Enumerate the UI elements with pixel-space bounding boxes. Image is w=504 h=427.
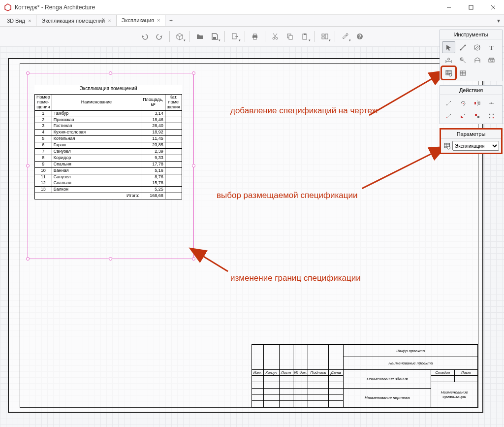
selection-handle[interactable] [26, 164, 30, 167]
tb-building: Наименование здания [344, 369, 431, 388]
svg-point-65 [450, 114, 451, 115]
save-button[interactable]: ▾ [208, 30, 221, 43]
svg-rect-15 [304, 33, 306, 35]
title-block: Шифр проекта Наименование проекта Изм.Ко… [252, 344, 478, 407]
svg-point-37 [448, 58, 450, 60]
svg-point-72 [493, 117, 494, 118]
tab-room-exp[interactable]: Экспликация помещений× [36, 15, 116, 26]
selection-handle[interactable] [26, 71, 30, 75]
svg-line-23 [369, 71, 445, 115]
panel-actions: Действия [440, 85, 503, 124]
print-button[interactable] [248, 30, 262, 43]
svg-rect-9 [253, 37, 256, 39]
svg-point-49 [449, 73, 452, 76]
help-button[interactable]: ? [353, 30, 367, 43]
marker-tool[interactable]: А1 [485, 54, 498, 66]
selection-handle[interactable] [109, 257, 112, 261]
app-logo-icon [4, 3, 12, 11]
copy-button[interactable] [283, 30, 297, 43]
svg-line-64 [447, 114, 450, 118]
total-value: 168,68 [141, 193, 165, 199]
panel-title: Инструменты [440, 30, 502, 39]
tabs-dropdown-button[interactable]: ▾ [494, 15, 503, 27]
svg-rect-8 [253, 34, 256, 35]
table-row: 12Спальня15,78 [35, 180, 182, 187]
selection-handle[interactable] [109, 71, 112, 75]
hatch-tool[interactable] [471, 41, 484, 53]
axis-tool[interactable]: А [456, 54, 470, 66]
table-row: 7Санузел2,39 [35, 149, 182, 155]
svg-rect-60 [478, 102, 480, 104]
tb-drawing: Наименование чертежа [344, 388, 431, 407]
tab-exp[interactable]: Экспликация× [117, 15, 166, 26]
section-tool[interactable] [471, 54, 484, 66]
close-icon[interactable]: × [28, 18, 31, 24]
box-button[interactable]: ▾ [173, 30, 187, 43]
svg-point-19 [346, 33, 348, 35]
insert-spec-tool[interactable] [442, 67, 455, 79]
svg-point-56 [450, 101, 451, 102]
line-tool[interactable] [456, 41, 470, 53]
add-tab-button[interactable]: + [165, 15, 176, 26]
selection-handle[interactable] [192, 71, 195, 75]
svg-text:А1: А1 [490, 59, 493, 62]
table-row: 2Прихожая18,46 [35, 117, 182, 123]
svg-point-71 [489, 117, 490, 118]
workspace: Экспликация помещений Номер поме- щения … [0, 46, 504, 427]
arrow-icon [186, 244, 230, 274]
svg-rect-16 [322, 34, 324, 36]
tab-label: Экспликация помещений [41, 18, 105, 24]
text-tool[interactable]: T [485, 41, 498, 53]
mirror-action[interactable] [471, 97, 484, 109]
spec-select[interactable]: Экспликация [452, 141, 499, 151]
svg-point-57 [463, 103, 464, 104]
minimize-button[interactable] [438, 0, 460, 15]
col-area: Площадь, м² [141, 95, 165, 111]
scale-action[interactable] [456, 110, 470, 122]
dimension-tool[interactable] [442, 54, 455, 66]
styles-button[interactable]: ▾ [318, 30, 332, 43]
table-row: 5Котельная11,45 [35, 136, 182, 142]
select-tool[interactable] [442, 41, 455, 53]
specification-table[interactable]: Экспликация помещений Номер поме- щения … [34, 85, 182, 199]
open-button[interactable] [193, 30, 207, 43]
array-action[interactable] [485, 110, 498, 122]
svg-rect-59 [474, 102, 476, 104]
tb-code: Шифр проекта [344, 345, 478, 357]
close-button[interactable] [482, 0, 504, 15]
svg-text:?: ? [358, 34, 361, 39]
table-row: 9Спальня17,78 [35, 161, 182, 167]
cut-button[interactable] [268, 30, 282, 43]
copy-move-action[interactable] [442, 110, 455, 122]
maximize-button[interactable] [460, 0, 482, 15]
move-action[interactable] [442, 97, 455, 109]
rotate-action[interactable] [456, 97, 470, 109]
paste-button[interactable]: ▾ [298, 30, 312, 43]
end-mirror-action[interactable] [485, 97, 498, 109]
tab-3d-view[interactable]: 3D Вид× [2, 15, 36, 26]
export-button[interactable]: ▾ [228, 30, 242, 43]
settings-button[interactable]: ▾ [338, 30, 352, 43]
panel-parameters: Параметры Экспликация [440, 128, 503, 154]
svg-rect-13 [289, 35, 292, 39]
svg-rect-67 [475, 114, 477, 116]
title-bar: Коттедж* - Renga Architecture [0, 0, 504, 15]
svg-point-69 [489, 113, 490, 114]
close-icon[interactable]: × [108, 18, 111, 24]
redo-button[interactable] [153, 30, 166, 43]
svg-line-40 [463, 60, 466, 63]
close-icon[interactable]: × [157, 17, 160, 23]
spec-title: Экспликация помещений [34, 85, 182, 94]
table-row: 8Коридор9,33 [35, 155, 182, 161]
table-row: 1Тамбур3,14 [35, 110, 182, 117]
svg-line-55 [447, 101, 450, 105]
selection-handle[interactable] [26, 257, 30, 261]
table-row: 11Санузел8,76 [35, 174, 182, 180]
total-label: Итого: [35, 193, 141, 199]
tab-label: 3D Вид [7, 18, 25, 24]
undo-button[interactable] [138, 30, 152, 43]
table-tool[interactable] [456, 67, 470, 79]
selection-handle[interactable] [192, 164, 195, 167]
canvas[interactable]: Экспликация помещений Номер поме- щения … [0, 46, 504, 427]
align-action[interactable] [471, 110, 484, 122]
